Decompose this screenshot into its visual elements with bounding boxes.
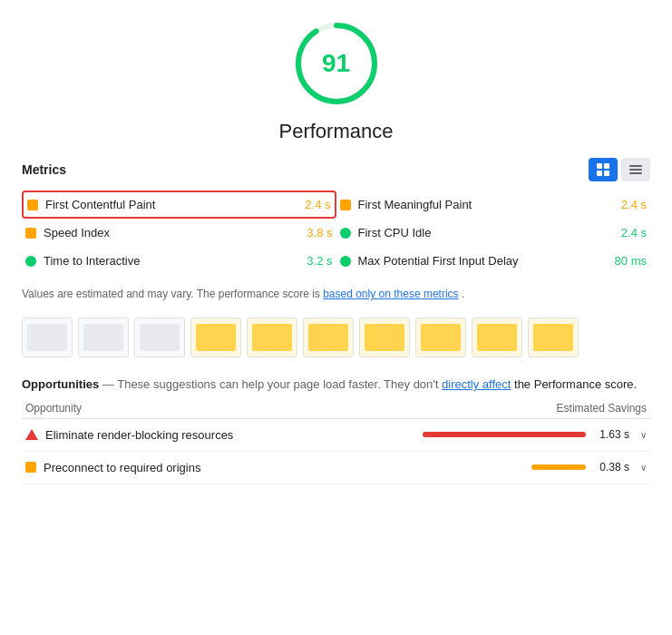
metric-first-meaningful-paint: First Meaningful Paint 2.4 s <box>336 190 651 219</box>
opp-bar-container: 1.63 s ∨ <box>423 428 647 441</box>
metric-value-fcp: 2.4 s <box>305 198 330 211</box>
metric-max-fid: Max Potential First Input Delay 80 ms <box>336 247 651 275</box>
svg-rect-2 <box>597 163 602 169</box>
metric-dot-si <box>25 228 36 239</box>
opportunities-title: Opportunities <box>22 377 99 391</box>
opp-name-render-blocking: Eliminate render-blocking resources <box>45 428 415 442</box>
opportunities-link[interactable]: directly affect <box>442 377 511 391</box>
metric-name-fci: First CPU Idle <box>358 226 614 239</box>
list-view-button[interactable] <box>621 158 650 181</box>
metric-dot-tti <box>25 256 36 267</box>
opp-name-preconnect: Preconnect to required origins <box>44 461 524 474</box>
disclaimer-text-after: . <box>462 288 464 300</box>
metric-dot-fci <box>340 228 351 239</box>
opp-col-savings: Estimated Savings <box>557 402 647 415</box>
disclaimer-link[interactable]: based only on these metrics <box>323 288 458 300</box>
thumb-image <box>27 324 66 350</box>
opp-value-preconnect: 0.38 s <box>593 461 629 474</box>
opportunities-end: the Performance score. <box>514 377 637 391</box>
metric-first-contentful-paint: First Contentful Paint 2.4 s <box>22 190 336 219</box>
svg-rect-5 <box>604 171 609 176</box>
performance-label: Performance <box>279 120 394 143</box>
svg-rect-7 <box>629 169 642 171</box>
opp-value-render-blocking: 1.63 s <box>593 428 629 441</box>
metric-dot-fid <box>340 256 351 267</box>
triangle-red-icon <box>25 429 38 440</box>
thumb-image <box>421 324 460 350</box>
metric-name-tti: Time to Interactive <box>44 254 299 268</box>
expand-chevron-render-blocking[interactable]: ∨ <box>640 430 647 440</box>
metric-first-cpu-idle: First CPU Idle 2.4 s <box>336 219 651 247</box>
metric-name-fcp: First Contentful Paint <box>45 198 297 211</box>
score-value: 91 <box>322 49 350 78</box>
opportunities-dash: — These suggestions can help your page l… <box>102 377 442 391</box>
opp-bar-render-blocking <box>423 432 586 437</box>
view-toggle <box>589 158 650 181</box>
thumb-image <box>83 324 122 350</box>
thumbnail-item <box>415 318 466 357</box>
square-orange-icon <box>25 462 36 473</box>
thumbnail-item <box>528 318 579 357</box>
disclaimer: Values are estimated and may vary. The p… <box>22 286 650 303</box>
opp-bar-preconnect <box>531 464 586 470</box>
thumbnail-item <box>190 318 241 357</box>
metric-name-fmp: First Meaningful Paint <box>358 198 614 211</box>
score-circle: 91 <box>291 18 382 109</box>
thumb-image <box>252 324 291 350</box>
thumbnails-strip <box>22 314 650 361</box>
thumb-image <box>196 324 235 350</box>
svg-rect-4 <box>597 171 602 176</box>
thumbnail-item <box>78 318 129 357</box>
thumbnail-item <box>134 318 185 357</box>
svg-rect-6 <box>629 165 642 167</box>
thumbnail-item <box>22 318 73 357</box>
thumbnail-item <box>303 318 354 357</box>
metrics-title: Metrics <box>22 162 66 177</box>
thumb-image <box>308 324 347 350</box>
metric-value-tti: 3.2 s <box>307 254 332 268</box>
opportunities-header: Opportunities — These suggestions can he… <box>22 376 650 395</box>
thumb-image <box>477 324 516 350</box>
expand-chevron-preconnect[interactable]: ∨ <box>640 463 647 473</box>
thumbnail-item <box>472 318 522 357</box>
list-icon <box>628 162 643 177</box>
grid-view-button[interactable] <box>589 158 618 181</box>
metric-value-fid: 80 ms <box>615 254 647 268</box>
opp-col-opportunity: Opportunity <box>25 402 82 415</box>
metric-dot-orange <box>27 200 38 210</box>
metric-time-to-interactive: Time to Interactive 3.2 s <box>22 247 336 275</box>
thumb-image <box>365 324 404 350</box>
metric-speed-index: Speed Index 3.8 s <box>22 219 336 247</box>
metric-name-si: Speed Index <box>44 226 299 239</box>
grid-icon <box>596 162 610 177</box>
thumb-image <box>533 324 572 350</box>
opportunity-row-preconnect[interactable]: Preconnect to required origins 0.38 s ∨ <box>22 452 650 484</box>
disclaimer-text-before: Values are estimated and may vary. The p… <box>22 288 323 300</box>
opp-bar-container-preconnect: 0.38 s ∨ <box>531 461 647 474</box>
score-section: 91 Performance <box>22 18 650 143</box>
metric-value-fci: 2.4 s <box>621 226 647 239</box>
opportunity-row-render-blocking[interactable]: Eliminate render-blocking resources 1.63… <box>22 419 650 452</box>
metrics-grid: First Contentful Paint 2.4 s First Meani… <box>22 190 650 275</box>
svg-rect-8 <box>629 172 642 174</box>
metric-value-si: 3.8 s <box>307 226 332 239</box>
metrics-header: Metrics <box>22 158 650 181</box>
svg-rect-3 <box>604 163 609 169</box>
opportunities-table-header: Opportunity Estimated Savings <box>22 395 650 419</box>
metric-value-fmp: 2.4 s <box>621 198 647 211</box>
thumbnail-item <box>247 318 297 357</box>
thumbnail-item <box>359 318 410 357</box>
metric-dot-fmp <box>340 200 351 210</box>
thumb-image <box>140 324 179 350</box>
metric-name-fid: Max Potential First Input Delay <box>358 254 608 268</box>
